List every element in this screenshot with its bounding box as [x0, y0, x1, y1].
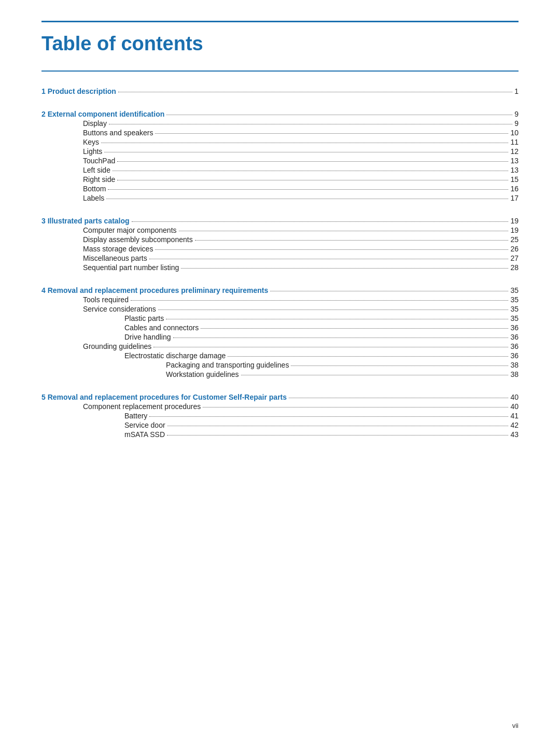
- toc-page: 13: [510, 157, 519, 165]
- toc-entry-level-2: Labels17: [83, 194, 519, 202]
- toc-entry-level-2: Service considerations35: [83, 305, 519, 313]
- toc-label: Left side: [83, 166, 110, 174]
- toc-entry-level-1[interactable]: 3 Illustrated parts catalog19: [41, 217, 519, 225]
- toc-dots: [179, 231, 509, 231]
- toc-entry-level-2: Buttons and speakers10: [83, 129, 519, 137]
- toc-entry-level-2: Display9: [83, 119, 519, 128]
- toc-label: Drive handling: [124, 333, 171, 341]
- toc-page: 11: [510, 138, 519, 146]
- toc-label[interactable]: 4 Removal and replacement procedures pre…: [41, 286, 268, 294]
- toc-entry-level-2: Sequential part number listing28: [83, 263, 519, 272]
- toc-label[interactable]: 3 Illustrated parts catalog: [41, 217, 130, 225]
- toc-label: Workstation guidelines: [166, 370, 239, 378]
- toc-label: Tools required: [83, 296, 129, 304]
- toc-dots: [155, 133, 508, 134]
- toc-dots: [166, 115, 512, 115]
- toc-page: 12: [510, 147, 519, 156]
- page-footer: vii: [512, 722, 519, 729]
- toc-entry-level-1[interactable]: 5 Removal and replacement procedures for…: [41, 393, 519, 401]
- toc-entry-level-1[interactable]: 1 Product description1: [41, 87, 519, 95]
- toc-label: Packaging and transporting guidelines: [166, 361, 289, 369]
- toc-page: 35: [510, 286, 519, 294]
- toc-entry-level-3: Electrostatic discharge damage36: [124, 352, 519, 360]
- toc-dots: [104, 152, 508, 152]
- toc-entry-level-2: Keys11: [83, 138, 519, 146]
- toc-label: Right side: [83, 175, 115, 184]
- toc-dots: [117, 161, 508, 162]
- toc-dots: [181, 268, 508, 269]
- toc-entry-level-2: Display assembly subcomponents25: [83, 235, 519, 244]
- toc-page: 13: [510, 166, 519, 174]
- toc-page: 36: [510, 333, 519, 341]
- toc-label[interactable]: 2 External component identification: [41, 110, 164, 118]
- toc-page: 26: [510, 245, 519, 253]
- toc-dots: [131, 300, 508, 301]
- toc-dots: [101, 143, 508, 143]
- toc-label: Bottom: [83, 185, 106, 193]
- toc-dots: [201, 328, 508, 329]
- toc-label: Display: [83, 119, 107, 128]
- toc-page: 10: [510, 129, 519, 137]
- page-title: Table of contents: [41, 33, 519, 55]
- section-gap: [41, 203, 519, 212]
- toc-entry-level-3: Battery41: [124, 412, 519, 420]
- toc-page: 35: [510, 296, 519, 304]
- toc-page: 35: [510, 305, 519, 313]
- toc-dots: [228, 356, 508, 357]
- toc-label: Service door: [124, 421, 165, 429]
- section-gap: [41, 379, 519, 388]
- toc-label: Service considerations: [83, 305, 156, 313]
- toc-entry-level-2: Bottom16: [83, 185, 519, 193]
- toc-dots: [270, 291, 508, 291]
- toc-entry-level-2: Left side13: [83, 166, 519, 174]
- toc-label: Miscellaneous parts: [83, 254, 147, 262]
- toc-dots: [149, 259, 509, 259]
- toc-entry-level-2: Tools required35: [83, 296, 519, 304]
- toc-page: 17: [510, 194, 519, 202]
- toc-label: Component replacement procedures: [83, 402, 201, 411]
- title-section: Table of contents: [41, 22, 519, 72]
- toc-label: Battery: [124, 412, 147, 420]
- toc-entry-level-1[interactable]: 4 Removal and replacement procedures pre…: [41, 286, 519, 294]
- toc-page: 35: [510, 314, 519, 322]
- toc-entry-level-2: Computer major components19: [83, 226, 519, 234]
- toc-label: Plastic parts: [124, 314, 164, 322]
- toc-dots: [167, 435, 508, 435]
- toc-page: 1: [514, 87, 519, 95]
- toc-entry-level-3: Drive handling36: [124, 333, 519, 341]
- toc-page: 36: [510, 342, 519, 350]
- toc-label: Display assembly subcomponents: [83, 235, 193, 244]
- toc-dots: [289, 398, 508, 398]
- toc-label: Buttons and speakers: [83, 129, 153, 137]
- toc-page: 9: [514, 119, 519, 128]
- toc-dots: [132, 221, 509, 222]
- toc-entry-level-3: Service door42: [124, 421, 519, 429]
- toc-entry-level-1[interactable]: 2 External component identification9: [41, 110, 519, 118]
- toc-entry-level-2: Lights12: [83, 147, 519, 156]
- toc-entry-level-2: Miscellaneous parts27: [83, 254, 519, 262]
- toc-entry-level-2: Right side15: [83, 175, 519, 184]
- toc-page: 16: [510, 185, 519, 193]
- toc-dots: [108, 189, 508, 190]
- toc-label: Mass storage devices: [83, 245, 153, 253]
- section-gap: [41, 273, 519, 281]
- toc-page: 38: [510, 361, 519, 369]
- toc-dots: [203, 407, 508, 407]
- toc-page: 19: [510, 226, 519, 234]
- toc-label[interactable]: 5 Removal and replacement procedures for…: [41, 393, 287, 401]
- toc-page: 41: [510, 412, 519, 420]
- toc-page: 19: [510, 217, 519, 225]
- toc-page: 36: [510, 324, 519, 332]
- toc-dots: [167, 426, 509, 426]
- toc-label[interactable]: 1 Product description: [41, 87, 116, 95]
- section-gap: [41, 96, 519, 105]
- toc-dots: [106, 199, 508, 199]
- toc-page: 15: [510, 175, 519, 184]
- toc-page: 27: [510, 254, 519, 262]
- toc-entry-level-2: Mass storage devices26: [83, 245, 519, 253]
- toc-entry-level-3: Plastic parts35: [124, 314, 519, 322]
- toc-dots: [241, 375, 509, 375]
- toc-dots: [155, 249, 508, 250]
- toc-page: 40: [510, 402, 519, 411]
- toc-page: 28: [510, 263, 519, 272]
